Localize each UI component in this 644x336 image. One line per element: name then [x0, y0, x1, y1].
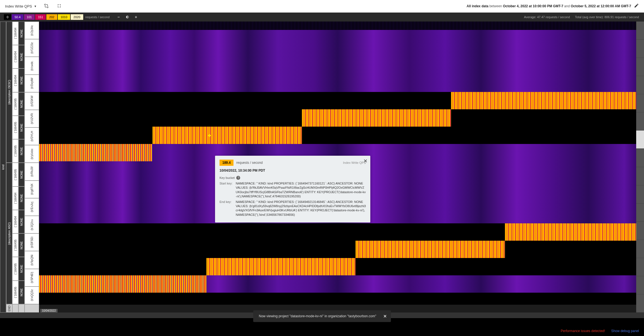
- axis-hash-group: (b'DFSEt: [25, 233, 39, 251]
- axis-none-group: NONE: [18, 45, 25, 68]
- axis-none-group: NONE: [18, 22, 25, 45]
- project-toast: Now viewing project "datastore-mode-kv-n…: [253, 310, 391, 322]
- tooltip-section: Key bucket ?: [220, 176, 366, 180]
- axis-none-group: NONE: [18, 116, 25, 139]
- legend-swatch: 151: [35, 14, 46, 20]
- end-key-value: NAMESPACE: '' KIND: kind PROPERTIES: {`1…: [236, 200, 366, 217]
- tooltip-time: 10/04/2022, 10:34:00 PM PDT: [220, 169, 366, 172]
- range-prefix: All index data: [467, 4, 488, 8]
- axis-hash-group: (b'9pQNi: [25, 251, 39, 269]
- legend-unit: requests / second: [85, 15, 110, 19]
- brightness-button[interactable]: ◐: [126, 15, 129, 19]
- toast-message: Now viewing project "datastore-mode-kv-n…: [259, 314, 376, 318]
- close-icon[interactable]: ✕: [383, 314, 387, 319]
- axis-desc-group: {description: ASC}: [6, 163, 12, 304]
- fullscreen-icon[interactable]: [57, 3, 62, 9]
- header-range: All index data between October 4, 2022 a…: [467, 3, 639, 9]
- axis-prop-group: {`166495: [12, 233, 18, 257]
- axis-desc-group: {description: DESC}: [6, 22, 12, 163]
- tooltip-metric: Index Write QPS: [343, 161, 366, 164]
- axis-hash-group: (b'2p34c: [25, 22, 39, 39]
- top-header: Index Write QPS ▼ All index data between…: [0, 0, 644, 13]
- axis-hash-group: (b'OZ23z: [25, 39, 39, 57]
- legend-toolbar: 050.410115120210102020 requests / second…: [0, 13, 644, 22]
- axis-prop-group: {`166495: [12, 257, 18, 281]
- zoom-out-button[interactable]: −: [117, 15, 120, 19]
- tooltip-value: 189.4: [220, 160, 233, 166]
- avg-stat: Average: 47.47 requests / second: [524, 15, 570, 19]
- axis-hash-group: (b'JQ2cu: [25, 216, 39, 233]
- range-join: and: [564, 4, 570, 8]
- scrubber-date: 10/04/2022: [40, 309, 58, 313]
- axis-end: END: [6, 304, 12, 313]
- tooltip-unit: requests / second: [236, 161, 263, 165]
- axis-hash-group: (b'5PdEfj: [25, 269, 39, 287]
- zoom-controls: − ◐ +: [117, 15, 137, 19]
- color-legend: 050.410115120210102020: [4, 14, 83, 20]
- axis-prop-group: {`166495: [12, 139, 18, 163]
- legend-swatch: 0: [4, 14, 11, 20]
- edit-icon[interactable]: [634, 3, 639, 9]
- start-key-label: Start key:: [220, 181, 236, 199]
- start-key-value: NAMESPACE: '' KIND: kind PROPERTIES: {`1…: [236, 181, 366, 199]
- axis-hash-group: (b'xQQ3z: [25, 287, 39, 304]
- legend-swatch: 50.4: [12, 14, 23, 20]
- axis-none-group: NONE: [18, 92, 25, 116]
- axis-hash-group: (b'cwdc.: [25, 57, 39, 74]
- axis-prop-group: {`166495: [12, 163, 18, 186]
- axis-hash-group: (b'EnJizj: [25, 198, 39, 216]
- axis-kind-label: kind: [0, 22, 6, 313]
- axis-prop-group: {`166494: [12, 186, 18, 210]
- cell-tooltip: ✕ 189.4 requests / second Index Write QP…: [215, 156, 370, 223]
- axis-prop-group: {`166494: [12, 69, 18, 92]
- axis-prop-group: {`166495: [12, 281, 18, 304]
- axis-none-group: NONE: [18, 163, 25, 186]
- axis-prop-col: {`166495{`166495{`166495{`166494{`166494…: [12, 22, 18, 313]
- axis-prop-group: {`166494: [12, 45, 18, 68]
- metric-selector[interactable]: Index Write QPS ▼: [5, 4, 37, 8]
- axis-hash-group: (b'g8TdX: [25, 181, 39, 198]
- axis-none-col: NONENONENONENONENONENONENONENONENONENONE…: [18, 22, 25, 313]
- axis-hash-col: (b'xQQ3z(b'5PdEfj(b'9pQNi(b'DFSEt(b'JQ2c…: [25, 22, 39, 313]
- header-left: Index Write QPS ▼: [5, 3, 62, 9]
- stats: Average: 47.47 requests / second Total (…: [524, 15, 639, 19]
- caret-down-icon: ▼: [34, 5, 37, 8]
- range-mid: between: [489, 4, 502, 8]
- metric-title: Index Write QPS: [5, 4, 32, 8]
- axis-none-group: NONE: [18, 186, 25, 210]
- status-footer: Performance issues detected! Show debug …: [0, 326, 644, 336]
- axis-hash-group: (b'DYLH: [25, 127, 39, 145]
- axis-none-group: NONE: [18, 233, 25, 257]
- zoom-in-button[interactable]: +: [135, 15, 137, 19]
- axis-hash-group: (b'U2VRi: [25, 110, 39, 127]
- axis-hash-group: (b'E5KW: [25, 92, 39, 110]
- legend-swatch: 101: [24, 14, 35, 20]
- axis-kind-col: kind: [0, 22, 6, 313]
- end-key-label: End key:: [220, 200, 236, 217]
- close-icon[interactable]: ✕: [363, 158, 368, 164]
- axis-desc-col: END{description: ASC}{description: DESC}: [6, 22, 12, 313]
- legend-swatch: 202: [46, 14, 57, 20]
- axis-none-group: NONE: [18, 139, 25, 163]
- help-icon[interactable]: ?: [236, 176, 240, 180]
- y-axis: kind END{description: ASC}{description: …: [0, 22, 39, 313]
- row-selector-gutter[interactable]: [636, 22, 644, 313]
- axis-prop-group: {`166494: [12, 22, 18, 45]
- axis-none-group: NONE: [18, 69, 25, 92]
- range-end: October 5, 2022 at 12:00:00 AM GMT-7: [571, 4, 631, 8]
- legend-swatch: 2020: [71, 14, 83, 20]
- axis-none-group: NONE: [18, 210, 25, 233]
- debug-panel-link[interactable]: Show debug panel: [611, 329, 639, 333]
- range-start: October 4, 2022 at 10:00:00 PM GMT-7: [503, 4, 563, 8]
- axis-none-group: NONE: [18, 281, 25, 304]
- axis-hash-group: (b'yUxbc: [25, 145, 39, 163]
- legend-swatch: 1010: [58, 14, 70, 20]
- crop-icon[interactable]: [44, 3, 49, 9]
- axis-prop-group: {`166495: [12, 116, 18, 139]
- axis-prop-group: {`166494: [12, 210, 18, 233]
- selected-row-handle[interactable]: [636, 131, 644, 149]
- axis-hash-group: (b'DvjdW: [25, 75, 39, 92]
- axis-spacer: [12, 304, 18, 313]
- perf-warning: Performance issues detected!: [561, 329, 605, 333]
- axis-spacer: [18, 304, 25, 313]
